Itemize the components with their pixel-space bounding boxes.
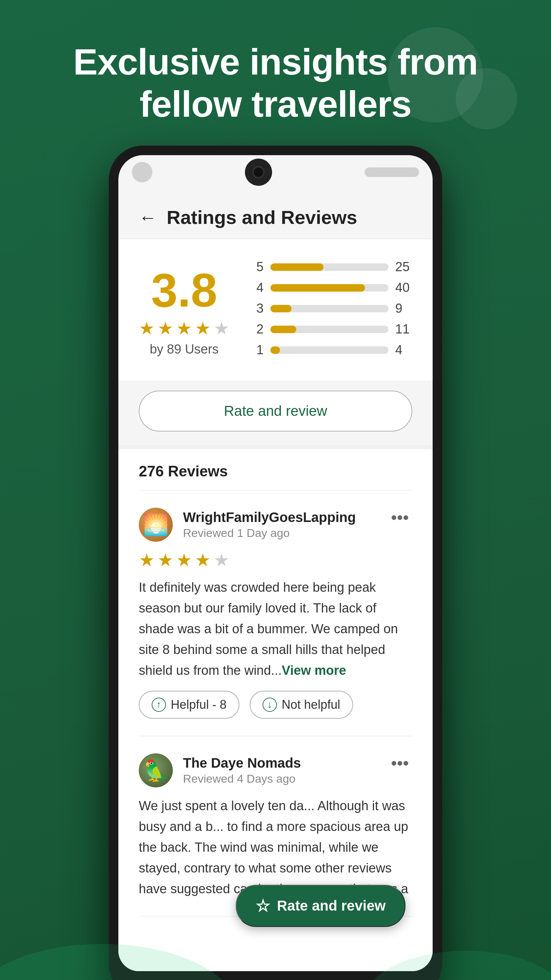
- rate-review-button[interactable]: Rate and review: [139, 391, 412, 431]
- review-more-button-1[interactable]: •••: [387, 508, 412, 527]
- reviewer-date-1: Reviewed 1 Day ago: [183, 527, 356, 540]
- back-button[interactable]: ←: [139, 207, 156, 228]
- review-text-1: It definitely was crowded here being pea…: [139, 577, 412, 681]
- bar-label-4: 4: [250, 280, 264, 295]
- reviewer-details-1: WrightFamilyGoesLapping Reviewed 1 Day a…: [183, 510, 356, 540]
- star-2: ★: [157, 318, 173, 339]
- bar-track-5: [270, 263, 388, 271]
- review-header-1: 🌅 WrightFamilyGoesLapping Reviewed 1 Day…: [139, 508, 412, 542]
- bar-label-5: 5: [250, 259, 264, 274]
- camera-cutout: [245, 159, 272, 186]
- helpful-icon-1: ↑: [152, 698, 166, 712]
- feedback-row-1: ↑ Helpful - 8 ↓ Not helpful: [139, 691, 412, 719]
- bar-label-3: 3: [250, 301, 264, 316]
- phone-screen: ← Ratings and Reviews 3.8 ★ ★ ★ ★ ★: [118, 192, 433, 971]
- bar-count-3: 9: [395, 301, 412, 316]
- rating-summary: 3.8 ★ ★ ★ ★ ★ by 89 Users 5: [118, 239, 433, 380]
- review-star-1-4: ★: [195, 550, 211, 570]
- wave-1: [0, 944, 238, 980]
- page-title: Ratings and Reviews: [167, 206, 357, 228]
- reviewer-details-2: The Daye Nomads Reviewed 4 Days ago: [183, 756, 301, 785]
- rating-users: by 89 Users: [150, 342, 219, 356]
- review-more-button-2[interactable]: •••: [387, 753, 412, 773]
- bar-fill-3: [270, 305, 292, 312]
- bar-fill-5: [270, 263, 324, 271]
- rating-stars: ★ ★ ★ ★ ★: [139, 318, 230, 339]
- star-1: ★: [139, 318, 155, 339]
- bar-label-2: 2: [250, 322, 264, 337]
- review-star-1-1: ★: [139, 550, 155, 570]
- view-more-link-1[interactable]: View more: [282, 663, 346, 678]
- reviewer-avatar-2: 🦜: [139, 753, 173, 788]
- review-header-2: 🦜 The Daye Nomads Reviewed 4 Days ago ••…: [139, 753, 412, 788]
- bar-fill-4: [270, 284, 365, 292]
- not-helpful-icon-1: ↓: [263, 698, 277, 712]
- bar-track-2: [270, 326, 388, 333]
- reviewer-info-2: 🦜 The Daye Nomads Reviewed 4 Days ago: [139, 753, 301, 788]
- not-helpful-button-1[interactable]: ↓ Not helpful: [250, 691, 353, 719]
- rating-bars: 5 25 4 40: [250, 259, 412, 363]
- reviewer-date-2: Reviewed 4 Days ago: [183, 772, 301, 785]
- review-stars-1: ★ ★ ★ ★ ★: [139, 550, 412, 570]
- star-5: ★: [214, 318, 230, 339]
- bg-decoration-2: [456, 68, 517, 129]
- reviewer-name-2: The Daye Nomads: [183, 756, 301, 771]
- reviews-count: 276 Reviews: [139, 449, 412, 490]
- bar-row-1: 1 4: [250, 343, 412, 357]
- bar-row-3: 3 9: [250, 301, 412, 316]
- reviews-section: 276 Reviews 🌅 WrightFamilyGoesLapping Re…: [118, 445, 433, 917]
- helpful-button-1[interactable]: ↑ Helpful - 8: [139, 691, 240, 719]
- bar-fill-1: [270, 347, 280, 354]
- reviewer-avatar-1: 🌅: [139, 508, 173, 542]
- star-4: ★: [195, 318, 211, 339]
- notch-right: [365, 167, 419, 177]
- bar-row-5: 5 25: [250, 259, 412, 274]
- bar-label-1: 1: [250, 343, 264, 357]
- bar-count-2: 11: [395, 322, 412, 337]
- bar-row-4: 4 40: [250, 280, 412, 295]
- reviewer-name-1: WrightFamilyGoesLapping: [183, 510, 356, 525]
- phone-frame: ← Ratings and Reviews 3.8 ★ ★ ★ ★ ★: [109, 146, 442, 980]
- phone-mockup: ← Ratings and Reviews 3.8 ★ ★ ★ ★ ★: [27, 146, 524, 980]
- rating-number: 3.8: [151, 266, 218, 314]
- review-star-1-5: ★: [214, 550, 230, 570]
- bar-row-2: 2 11: [250, 322, 412, 337]
- rating-big-score: 3.8 ★ ★ ★ ★ ★ by 89 Users: [139, 266, 230, 356]
- hero-section: Exclusive insights from fellow traveller…: [0, 0, 551, 980]
- bar-count-4: 40: [395, 280, 412, 295]
- bar-track-4: [270, 284, 388, 292]
- notch-left: [132, 162, 152, 182]
- reviewer-info-1: 🌅 WrightFamilyGoesLapping Reviewed 1 Day…: [139, 508, 356, 542]
- review-star-1-2: ★: [157, 550, 173, 570]
- app-header: ← Ratings and Reviews: [118, 192, 433, 239]
- bar-track-3: [270, 305, 388, 312]
- bar-count-1: 4: [395, 343, 412, 357]
- bottom-waves: [0, 883, 551, 980]
- review-item-1: 🌅 WrightFamilyGoesLapping Reviewed 1 Day…: [139, 491, 412, 737]
- bar-track-1: [270, 347, 388, 354]
- wave-2: [364, 951, 551, 980]
- phone-notch-bar: [118, 155, 433, 192]
- review-star-1-3: ★: [176, 550, 192, 570]
- star-3: ★: [176, 318, 192, 339]
- bar-count-5: 25: [395, 259, 412, 274]
- bar-fill-2: [270, 326, 296, 333]
